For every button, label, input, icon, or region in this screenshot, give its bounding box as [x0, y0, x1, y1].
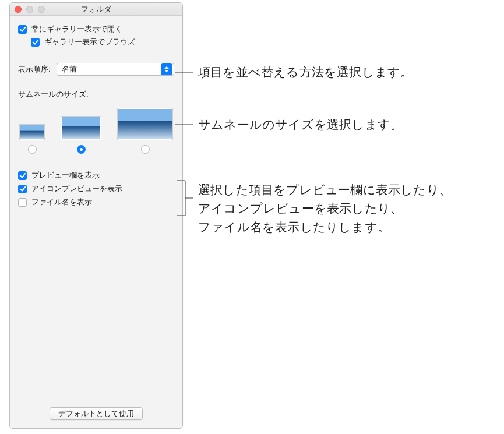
thumbnail-size-radios [18, 145, 174, 154]
show-preview-column-row[interactable]: プレビュー欄を表示 [18, 170, 174, 181]
section-preview-options: プレビュー欄を表示 アイコンプレビューを表示 ファイル名を表示 [10, 161, 182, 217]
sort-by-row: 表示順序: 名前 [18, 63, 174, 76]
show-filename-label: ファイル名を表示 [31, 197, 92, 207]
footer: デフォルトとして使用 [10, 399, 182, 428]
radio-large[interactable] [141, 145, 150, 154]
checkbox-icon[interactable] [18, 171, 27, 180]
traffic-lights [15, 3, 45, 16]
browse-in-gallery-row[interactable]: ギャラリー表示でブラウズ [18, 37, 174, 47]
checkbox-icon[interactable] [31, 38, 40, 47]
always-open-gallery-row[interactable]: 常にギャラリー表示で開く [18, 24, 174, 34]
callout-preview-options: 選択した項目をプレビュー欄に表示したり、 アイコンプレビューを表示したり、 ファ… [198, 181, 452, 237]
double-arrow-icon [161, 63, 172, 75]
section-thumbnail-size: サムネールのサイズ: [10, 83, 182, 161]
checkbox-icon[interactable] [18, 198, 27, 207]
panel-body: 常にギャラリー表示で開く ギャラリー表示でブラウズ 表示順序: 名前 [10, 16, 182, 428]
use-as-defaults-label: デフォルトとして使用 [58, 408, 134, 419]
show-filename-row[interactable]: ファイル名を表示 [18, 197, 174, 207]
show-icon-preview-label: アイコンプレビューを表示 [31, 184, 122, 194]
show-preview-column-label: プレビュー欄を表示 [31, 170, 100, 181]
always-open-gallery-label: 常にギャラリー表示で開く [31, 24, 122, 34]
sort-by-value: 名前 [62, 64, 161, 75]
radio-small[interactable] [28, 145, 37, 154]
view-options-window: フォルダ 常にギャラリー表示で開く ギャラリー表示でブラウズ 表示順序: [9, 2, 183, 429]
checkbox-icon[interactable] [18, 25, 27, 34]
section-sort: 表示順序: 名前 [10, 57, 182, 83]
radio-medium[interactable] [77, 145, 86, 154]
zoom-icon [38, 6, 45, 13]
thumbnail-medium [61, 116, 101, 140]
thumbnail-large [117, 108, 173, 140]
minimize-icon [26, 6, 33, 13]
callout-sort-by: 項目を並べ替える方法を選択します。 [198, 63, 413, 82]
use-as-defaults-button[interactable]: デフォルトとして使用 [50, 407, 143, 420]
thumbnail-previews [18, 108, 174, 140]
section-general: 常にギャラリー表示で開く ギャラリー表示でブラウズ [10, 16, 182, 57]
titlebar: フォルダ [10, 3, 182, 16]
close-icon[interactable] [15, 6, 22, 13]
browse-in-gallery-label: ギャラリー表示でブラウズ [44, 37, 135, 47]
sort-by-label: 表示順序: [18, 64, 51, 75]
checkbox-icon[interactable] [18, 185, 27, 193]
thumbnail-size-label: サムネールのサイズ: [18, 89, 174, 100]
sort-by-popup[interactable]: 名前 [57, 63, 174, 76]
thumbnail-small [19, 124, 45, 140]
callout-thumb-size: サムネールのサイズを選択します。 [198, 115, 403, 134]
show-icon-preview-row[interactable]: アイコンプレビューを表示 [18, 184, 174, 194]
